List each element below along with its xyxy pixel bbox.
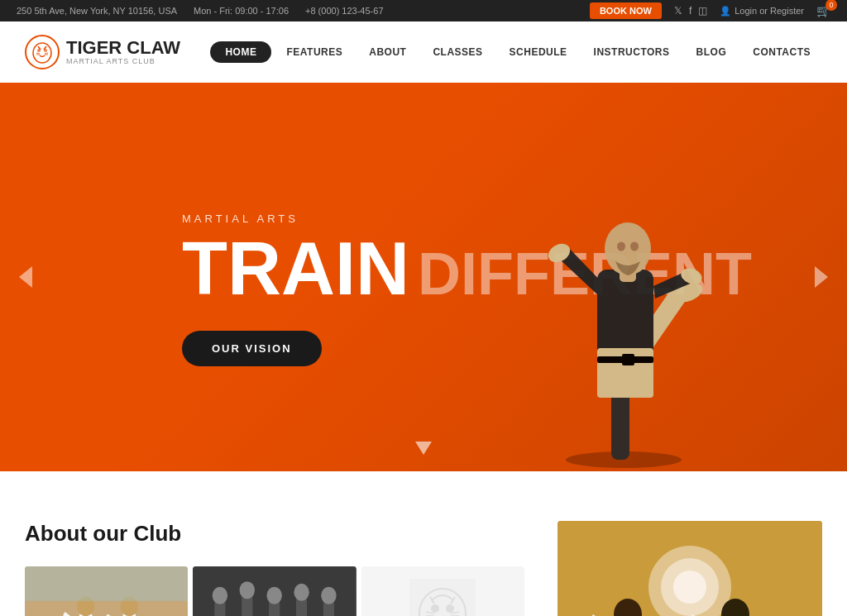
about-photo-1 bbox=[25, 566, 188, 616]
logo-text: TIGER CLAW Martial Arts Club bbox=[66, 39, 180, 65]
hero-section: MARTIAL ARTS TRAIN DIFFERENT OUR VISION bbox=[0, 83, 847, 471]
facebook-icon[interactable]: f bbox=[689, 5, 691, 17]
svg-marker-21 bbox=[815, 266, 828, 288]
nav-contacts[interactable]: CONTACTS bbox=[741, 41, 822, 63]
svg-point-0 bbox=[33, 43, 51, 63]
about-left-column: About our Club bbox=[25, 521, 524, 616]
svg-point-36 bbox=[240, 581, 255, 599]
nav-home[interactable]: HOME bbox=[210, 41, 271, 63]
nav-blog[interactable]: BLOG bbox=[685, 41, 739, 63]
hero-scroll-indicator[interactable] bbox=[415, 442, 432, 458]
svg-point-20 bbox=[630, 242, 639, 251]
svg-point-38 bbox=[267, 587, 282, 604]
svg-line-3 bbox=[36, 53, 40, 54]
about-tiger-logo bbox=[361, 566, 524, 616]
logo-title: TIGER CLAW bbox=[66, 39, 180, 57]
logo-tiger-icon bbox=[25, 35, 60, 69]
nav-instructors[interactable]: INSTRUCTORS bbox=[582, 41, 682, 63]
nav-features[interactable]: FEATURES bbox=[275, 41, 354, 63]
fighter-svg bbox=[500, 104, 748, 468]
hero-fighter bbox=[500, 104, 748, 471]
svg-point-47 bbox=[446, 604, 454, 613]
svg-point-40 bbox=[294, 584, 309, 601]
svg-line-4 bbox=[45, 53, 48, 54]
about-section: About our Club bbox=[0, 471, 847, 616]
instagram-icon[interactable]: ◫ bbox=[698, 5, 707, 17]
svg-point-34 bbox=[213, 587, 227, 604]
svg-marker-7 bbox=[19, 266, 32, 288]
nav-schedule[interactable]: SCHEDULE bbox=[498, 41, 579, 63]
address: 250 5th Ave, New York, NY 10156, USA bbox=[17, 6, 177, 16]
hero-prev-arrow[interactable] bbox=[13, 265, 38, 289]
about-photo-2 bbox=[193, 566, 356, 616]
hero-next-arrow[interactable] bbox=[809, 265, 834, 289]
top-bar-actions: BOOK NOW 𝕏 f ◫ 👤 Login or Register 🛒 0 bbox=[590, 2, 830, 19]
our-vision-button[interactable]: OUR VISION bbox=[182, 331, 322, 366]
nav-classes[interactable]: CLASSES bbox=[421, 41, 494, 63]
top-bar-info: 250 5th Ave, New York, NY 10156, USA Mon… bbox=[17, 6, 384, 16]
book-now-button[interactable]: BOOK NOW bbox=[590, 2, 662, 19]
tiger-svg bbox=[30, 40, 55, 64]
about-right-photo-container bbox=[557, 521, 822, 616]
social-icons: 𝕏 f ◫ bbox=[674, 5, 707, 17]
svg-rect-18 bbox=[622, 354, 634, 365]
logo: TIGER CLAW Martial Arts Club bbox=[25, 35, 180, 69]
main-nav: HOME FEATURES ABOUT CLASSES SCHEDULE INS… bbox=[210, 41, 822, 63]
twitter-icon[interactable]: 𝕏 bbox=[674, 5, 682, 17]
cart-icon-wrap[interactable]: 🛒 0 bbox=[816, 4, 830, 17]
svg-rect-87 bbox=[557, 521, 822, 616]
logo-subtitle: Martial Arts Club bbox=[66, 57, 180, 65]
phone: +8 (000) 123-45-67 bbox=[305, 6, 383, 16]
svg-point-42 bbox=[322, 587, 337, 604]
hero-train-text: TRAIN bbox=[182, 232, 409, 306]
cart-badge: 0 bbox=[825, 0, 837, 11]
user-icon: 👤 bbox=[720, 6, 731, 17]
about-right-photo bbox=[557, 521, 822, 616]
nav-about[interactable]: ABOUT bbox=[357, 41, 418, 63]
top-bar: 250 5th Ave, New York, NY 10156, USA Mon… bbox=[0, 0, 847, 21]
svg-point-19 bbox=[617, 242, 625, 251]
karate-two-figure-svg bbox=[557, 521, 822, 616]
about-grid-row1 bbox=[25, 566, 524, 616]
about-title: About our Club bbox=[25, 521, 524, 547]
header: TIGER CLAW Martial Arts Club HOME FEATUR… bbox=[0, 21, 847, 83]
login-link[interactable]: 👤 Login or Register bbox=[720, 6, 804, 17]
login-label: Login or Register bbox=[735, 6, 804, 16]
svg-marker-22 bbox=[415, 442, 432, 455]
svg-point-46 bbox=[431, 604, 439, 613]
hours: Mon - Fri: 09:00 - 17:06 bbox=[194, 6, 289, 16]
svg-rect-29 bbox=[25, 566, 188, 601]
